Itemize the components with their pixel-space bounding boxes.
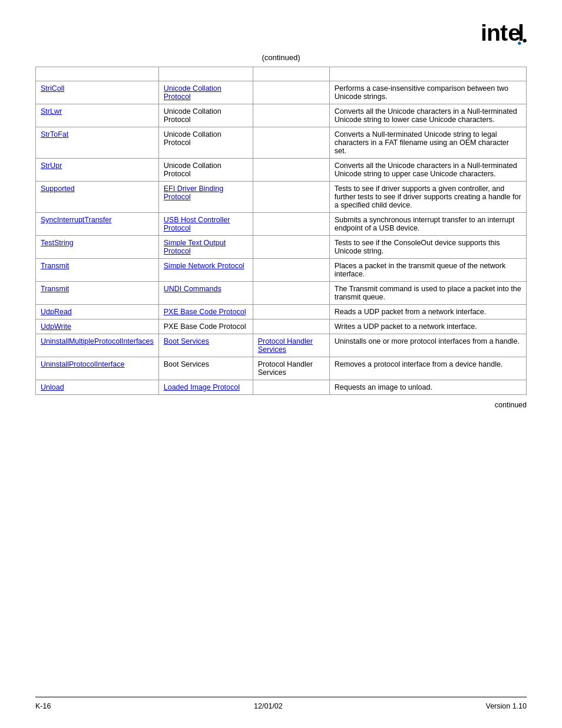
function-link[interactable]: TestString <box>41 239 74 247</box>
table-row: StrLwrUnicode Collation ProtocolConverts… <box>36 104 527 127</box>
category-link[interactable]: Protocol Handler Services <box>258 337 313 354</box>
cell-protocol: Unicode Collation Protocol <box>158 159 253 182</box>
cell-function-name[interactable]: StrLwr <box>36 104 159 127</box>
cell-function-name[interactable]: StrUpr <box>36 159 159 182</box>
protocol-link[interactable]: Simple Network Protocol <box>164 262 244 270</box>
cell-function-name[interactable]: StriColl <box>36 81 159 104</box>
cell-protocol[interactable]: UNDI Commands <box>158 282 253 305</box>
table-row: SyncInterruptTransferUSB Host Controller… <box>36 213 527 236</box>
continued-header: (continued) <box>35 53 527 62</box>
cell-protocol[interactable]: Simple Network Protocol <box>158 259 253 282</box>
intel-logo: int e l <box>481 17 528 48</box>
function-link[interactable]: UdpWrite <box>41 322 71 331</box>
cell-category <box>253 127 329 159</box>
cell-category <box>253 319 329 334</box>
protocol-link[interactable]: USB Host Controller Protocol <box>164 216 230 232</box>
cell-function-name[interactable]: UdpWrite <box>36 319 159 334</box>
protocol-link[interactable]: PXE Base Code Protocol <box>164 308 246 316</box>
protocol-link[interactable]: Loaded Image Protocol <box>164 383 240 391</box>
cell-description: Writes a UDP packet to a network interfa… <box>329 319 526 334</box>
footer-center: 12/01/02 <box>254 702 283 710</box>
cell-category <box>253 305 329 319</box>
cell-protocol[interactable]: USB Host Controller Protocol <box>158 213 253 236</box>
function-link[interactable]: StrToFat <box>41 130 68 139</box>
cell-category <box>253 236 329 259</box>
cell-function-name[interactable]: SyncInterruptTransfer <box>36 213 159 236</box>
main-table: StriCollUnicode Collation ProtocolPerfor… <box>35 67 527 395</box>
cell-category <box>253 104 329 127</box>
protocol-link[interactable]: Unicode Collation Protocol <box>164 84 222 101</box>
cell-function-name[interactable]: Unload <box>36 380 159 395</box>
cell-description: Converts all the Unicode characters in a… <box>329 104 526 127</box>
function-link[interactable]: Unload <box>41 383 64 391</box>
table-row: UnloadLoaded Image ProtocolRequests an i… <box>36 380 527 395</box>
cell-description: Reads a UDP packet from a network interf… <box>329 305 526 319</box>
protocol-link[interactable]: Simple Text Output Protocol <box>164 239 226 255</box>
table-row: StriCollUnicode Collation ProtocolPerfor… <box>36 81 527 104</box>
footer-right: Version 1.10 <box>485 702 527 710</box>
cell-protocol[interactable]: Unicode Collation Protocol <box>158 81 253 104</box>
col-header-1 <box>36 67 159 81</box>
cell-protocol[interactable]: Boot Services <box>158 334 253 357</box>
protocol-link[interactable]: EFI Driver Binding Protocol <box>164 185 223 201</box>
cell-description: Submits a synchronous interrupt transfer… <box>329 213 526 236</box>
cell-protocol[interactable]: Loaded Image Protocol <box>158 380 253 395</box>
function-link[interactable]: UninstallProtocolInterface <box>41 360 124 368</box>
cell-protocol[interactable]: EFI Driver Binding Protocol <box>158 182 253 213</box>
cell-description: Removes a protocol interface from a devi… <box>329 357 526 380</box>
cell-description: Uninstalls one or more protocol interfac… <box>329 334 526 357</box>
cell-function-name[interactable]: Supported <box>36 182 159 213</box>
cell-category <box>253 159 329 182</box>
function-link[interactable]: UninstallMultipleProtocolInterfaces <box>41 337 154 345</box>
cell-category <box>253 182 329 213</box>
footer-left: K-16 <box>35 702 51 710</box>
continued-footer: continued <box>35 401 527 409</box>
function-link[interactable]: StrUpr <box>41 162 62 170</box>
function-link[interactable]: StriColl <box>41 84 64 93</box>
cell-function-name[interactable]: UninstallMultipleProtocolInterfaces <box>36 334 159 357</box>
cell-description: Places a packet in the transmit queue of… <box>329 259 526 282</box>
function-link[interactable]: SyncInterruptTransfer <box>41 216 111 224</box>
cell-function-name[interactable]: Transmit <box>36 282 159 305</box>
table-row: UninstallProtocolInterfaceBoot ServicesP… <box>36 357 527 380</box>
protocol-link[interactable]: UNDI Commands <box>164 285 222 293</box>
protocol-link[interactable]: Boot Services <box>164 337 209 345</box>
cell-category <box>253 380 329 395</box>
continued-label: (continued) <box>262 53 300 62</box>
page: int e l (continued) StriCollUnicode Coll… <box>0 0 562 728</box>
cell-protocol: PXE Base Code Protocol <box>158 319 253 334</box>
table-row: UdpReadPXE Base Code ProtocolReads a UDP… <box>36 305 527 319</box>
col-header-2 <box>158 67 253 81</box>
cell-function-name[interactable]: TestString <box>36 236 159 259</box>
table-row: UninstallMultipleProtocolInterfacesBoot … <box>36 334 527 357</box>
cell-category <box>253 259 329 282</box>
cell-function-name[interactable]: Transmit <box>36 259 159 282</box>
function-link[interactable]: Transmit <box>41 262 69 270</box>
cell-protocol[interactable]: Simple Text Output Protocol <box>158 236 253 259</box>
cell-description: Performs a case-insensitive comparison b… <box>329 81 526 104</box>
cell-function-name[interactable]: UdpRead <box>36 305 159 319</box>
table-header-row <box>36 67 527 81</box>
continued-footer-text: continued <box>495 401 527 409</box>
function-link[interactable]: Supported <box>41 185 75 193</box>
cell-protocol: Unicode Collation Protocol <box>158 104 253 127</box>
table-row: StrUprUnicode Collation ProtocolConverts… <box>36 159 527 182</box>
svg-point-4 <box>518 42 521 45</box>
function-link[interactable]: StrLwr <box>41 107 62 116</box>
function-link[interactable]: Transmit <box>41 285 69 293</box>
function-link[interactable]: UdpRead <box>41 308 72 316</box>
cell-protocol[interactable]: PXE Base Code Protocol <box>158 305 253 319</box>
cell-description: Tests to see if driver supports a given … <box>329 182 526 213</box>
cell-function-name[interactable]: UninstallProtocolInterface <box>36 357 159 380</box>
table-row: TransmitSimple Network ProtocolPlaces a … <box>36 259 527 282</box>
col-header-3 <box>253 67 329 81</box>
cell-function-name[interactable]: StrToFat <box>36 127 159 159</box>
cell-category <box>253 213 329 236</box>
cell-description: Converts a Null-terminated Unicode strin… <box>329 127 526 159</box>
cell-category <box>253 81 329 104</box>
cell-description: Requests an image to unload. <box>329 380 526 395</box>
cell-description: Tests to see if the ConsoleOut device su… <box>329 236 526 259</box>
svg-text:int: int <box>481 20 508 45</box>
table-row: SupportedEFI Driver Binding ProtocolTest… <box>36 182 527 213</box>
cell-category[interactable]: Protocol Handler Services <box>253 334 329 357</box>
